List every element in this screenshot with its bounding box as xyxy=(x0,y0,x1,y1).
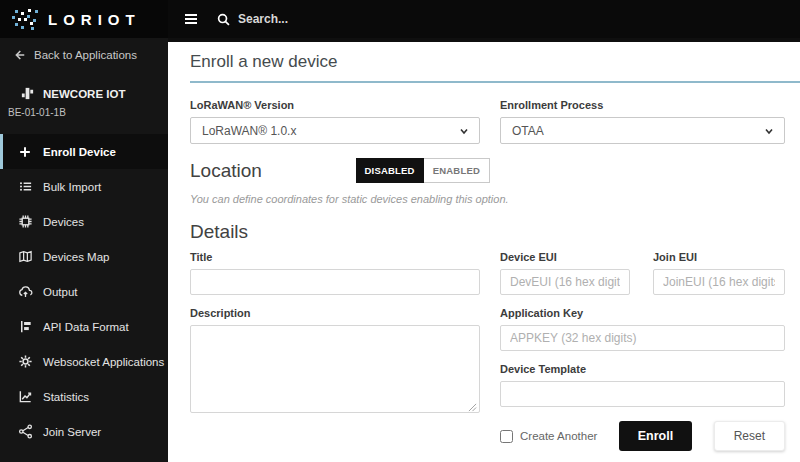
application-key-label: Application Key xyxy=(500,307,785,319)
device-template-input[interactable] xyxy=(500,381,785,407)
location-toggle: DISABLED ENABLED xyxy=(356,158,491,183)
enroll-card: Enroll a new device LoRaWAN® Version LoR… xyxy=(168,42,800,462)
app-window: LORIOT Search... Back to Applications xyxy=(0,0,800,462)
search-input[interactable]: Search... xyxy=(238,12,288,26)
sidebar-item-label: Enroll Device xyxy=(43,146,116,158)
page-title: Enroll a new device xyxy=(190,52,800,72)
chart-icon xyxy=(17,389,33,404)
sidebar-item-devices[interactable]: Devices xyxy=(0,204,168,239)
enrollment-process-group: Enrollment Process OTAA xyxy=(500,99,785,144)
loriot-logo-text: LORIOT xyxy=(48,11,141,28)
sidebar-item-join-server[interactable]: Join Server xyxy=(0,414,168,449)
share-nodes-icon xyxy=(17,424,33,439)
details-right-column: Device EUI Join EUI Application Key xyxy=(500,251,785,451)
enrollment-process-label: Enrollment Process xyxy=(500,99,785,111)
device-template-group: Device Template xyxy=(500,363,785,407)
sidebar-nav: Enroll Device Bulk Import xyxy=(0,134,168,449)
sidebar-item-label: Statistics xyxy=(43,391,89,403)
create-another-option[interactable]: Create Another xyxy=(500,430,597,443)
description-label: Description xyxy=(190,307,480,319)
enrollment-process-value: OTAA xyxy=(512,124,544,138)
version-process-row: LoRaWAN® Version LoRaWAN® 1.0.x Enrollme… xyxy=(190,99,800,144)
create-another-checkbox[interactable] xyxy=(500,430,513,443)
topbar: LORIOT Search... xyxy=(0,0,800,38)
back-to-applications-link[interactable]: Back to Applications xyxy=(0,38,168,68)
search-bar[interactable]: Search... xyxy=(216,12,288,27)
reset-button[interactable]: Reset xyxy=(714,421,785,451)
back-to-applications-label: Back to Applications xyxy=(34,49,137,61)
location-enabled-button[interactable]: ENABLED xyxy=(424,158,490,183)
search-icon xyxy=(216,12,231,27)
sidebar-item-output[interactable]: Output xyxy=(0,274,168,309)
lorawan-version-label: LoRaWAN® Version xyxy=(190,99,480,111)
gear-icon xyxy=(17,354,33,369)
loriot-logo-icon xyxy=(10,6,40,32)
sidebar-item-label: Devices xyxy=(43,216,84,228)
sidebar-item-enroll-device[interactable]: Enroll Device xyxy=(0,134,168,169)
location-section: Location DISABLED ENABLED xyxy=(190,158,490,183)
sidebar-item-websocket-applications[interactable]: Websocket Applications xyxy=(0,344,168,379)
chip-icon xyxy=(17,214,33,229)
application-key-input[interactable] xyxy=(500,325,785,351)
title-input[interactable] xyxy=(190,269,480,295)
sidebar-item-label: API Data Format xyxy=(43,321,129,333)
sidebar: Back to Applications NEWCORE IOT BE-01-0… xyxy=(0,38,168,462)
title-label: Title xyxy=(190,251,480,263)
create-another-label: Create Another xyxy=(520,430,597,442)
form-actions: Create Another Enroll Reset xyxy=(500,421,785,451)
description-textarea[interactable] xyxy=(190,325,480,413)
application-item[interactable]: NEWCORE IOT xyxy=(0,68,168,103)
chevron-down-icon xyxy=(458,125,470,137)
application-key-group: Application Key xyxy=(500,307,785,351)
hamburger-menu-icon[interactable] xyxy=(182,11,200,27)
sidebar-item-label: Bulk Import xyxy=(43,181,101,193)
sidebar-item-label: Devices Map xyxy=(43,251,109,263)
enroll-button[interactable]: Enroll xyxy=(619,421,692,451)
device-eui-input[interactable] xyxy=(500,269,630,295)
list-icon xyxy=(17,179,33,194)
description-group: Description xyxy=(190,307,480,417)
page-header: Enroll a new device xyxy=(190,52,800,83)
sidebar-item-api-data-format[interactable]: API Data Format xyxy=(0,309,168,344)
device-template-label: Device Template xyxy=(500,363,785,375)
application-name: NEWCORE IOT xyxy=(43,88,125,100)
details-left-column: Title Description xyxy=(190,251,480,451)
lorawan-version-group: LoRaWAN® Version LoRaWAN® 1.0.x xyxy=(190,99,480,144)
map-icon xyxy=(17,249,33,264)
join-eui-label: Join EUI xyxy=(653,251,785,263)
sidebar-item-label: Output xyxy=(43,286,78,298)
sidebar-item-label: Websocket Applications xyxy=(43,356,164,368)
application-id: BE-01-01-1B xyxy=(0,103,168,118)
device-eui-group: Device EUI xyxy=(500,251,630,295)
join-eui-group: Join EUI xyxy=(653,251,785,295)
join-eui-input[interactable] xyxy=(653,269,785,295)
cloud-upload-icon xyxy=(17,284,33,299)
location-disabled-button[interactable]: DISABLED xyxy=(356,158,424,183)
sidebar-item-devices-map[interactable]: Devices Map xyxy=(0,239,168,274)
location-hint: You can define coordinates for static de… xyxy=(190,193,800,205)
loriot-logo[interactable]: LORIOT xyxy=(0,0,168,38)
main-content: Enroll a new device LoRaWAN® Version LoR… xyxy=(168,38,800,462)
sidebar-item-statistics[interactable]: Statistics xyxy=(0,379,168,414)
data-format-icon xyxy=(17,319,33,334)
eui-row: Device EUI Join EUI xyxy=(500,251,785,295)
chevron-down-icon xyxy=(763,125,775,137)
device-eui-label: Device EUI xyxy=(500,251,630,263)
location-heading: Location xyxy=(190,160,262,182)
lorawan-version-value: LoRaWAN® 1.0.x xyxy=(202,124,296,138)
details-heading: Details xyxy=(190,221,800,243)
arrow-left-icon xyxy=(12,48,26,62)
sidebar-item-bulk-import[interactable]: Bulk Import xyxy=(0,169,168,204)
sidebar-item-label: Join Server xyxy=(43,426,101,438)
application-icon xyxy=(20,86,35,101)
enrollment-process-select[interactable]: OTAA xyxy=(500,117,785,144)
details-form: Title Description xyxy=(190,251,800,451)
lorawan-version-select[interactable]: LoRaWAN® 1.0.x xyxy=(190,117,480,144)
title-group: Title xyxy=(190,251,480,295)
plus-icon xyxy=(17,145,33,159)
